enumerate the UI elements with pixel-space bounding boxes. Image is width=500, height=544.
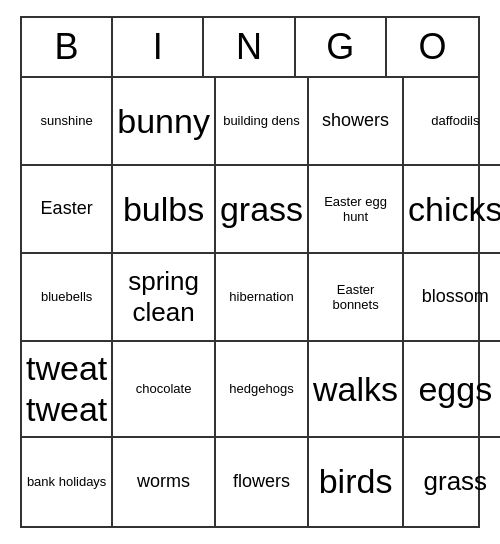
cell-text: tweat tweat xyxy=(26,348,107,430)
bingo-cell: Easter bonnets xyxy=(309,254,404,342)
bingo-cell: grass xyxy=(404,438,500,526)
cell-text: bluebells xyxy=(41,289,92,305)
bingo-grid: sunshinebunnybuilding densshowersdaffodi… xyxy=(22,78,478,526)
header-letter: G xyxy=(296,18,387,76)
cell-text: flowers xyxy=(233,471,290,493)
cell-text: chocolate xyxy=(136,381,192,397)
bingo-cell: eggs xyxy=(404,342,500,438)
cell-text: hibernation xyxy=(229,289,293,305)
bingo-cell: daffodils xyxy=(404,78,500,166)
header-letter: N xyxy=(204,18,295,76)
bingo-cell: walks xyxy=(309,342,404,438)
bingo-cell: building dens xyxy=(216,78,309,166)
cell-text: Easter xyxy=(41,198,93,220)
cell-text: worms xyxy=(137,471,190,493)
bingo-cell: birds xyxy=(309,438,404,526)
bingo-cell: bluebells xyxy=(22,254,113,342)
cell-text: walks xyxy=(313,369,398,410)
header-letter: O xyxy=(387,18,478,76)
bingo-cell: bulbs xyxy=(113,166,216,254)
bingo-cell: flowers xyxy=(216,438,309,526)
bingo-card: BINGO sunshinebunnybuilding densshowersd… xyxy=(20,16,480,528)
bingo-cell: bank holidays xyxy=(22,438,113,526)
cell-text: spring clean xyxy=(117,266,210,328)
cell-text: blossom xyxy=(422,286,489,308)
bingo-cell: tweat tweat xyxy=(22,342,113,438)
cell-text: building dens xyxy=(223,113,300,129)
header-letter: I xyxy=(113,18,204,76)
cell-text: daffodils xyxy=(431,113,479,129)
bingo-cell: sunshine xyxy=(22,78,113,166)
bingo-cell: bunny xyxy=(113,78,216,166)
cell-text: chicks xyxy=(408,189,500,230)
cell-text: Easter bonnets xyxy=(313,282,398,313)
bingo-header: BINGO xyxy=(22,18,478,78)
cell-text: eggs xyxy=(418,369,492,410)
cell-text: Easter egg hunt xyxy=(313,194,398,225)
bingo-cell: worms xyxy=(113,438,216,526)
bingo-cell: Easter xyxy=(22,166,113,254)
cell-text: grass xyxy=(220,189,303,230)
cell-text: bank holidays xyxy=(27,474,107,490)
bingo-cell: hedgehogs xyxy=(216,342,309,438)
cell-text: birds xyxy=(319,461,393,502)
bingo-cell: hibernation xyxy=(216,254,309,342)
cell-text: bulbs xyxy=(123,189,204,230)
bingo-cell: Easter egg hunt xyxy=(309,166,404,254)
cell-text: sunshine xyxy=(41,113,93,129)
bingo-cell: spring clean xyxy=(113,254,216,342)
bingo-cell: chocolate xyxy=(113,342,216,438)
bingo-cell: showers xyxy=(309,78,404,166)
cell-text: showers xyxy=(322,110,389,132)
header-letter: B xyxy=(22,18,113,76)
cell-text: hedgehogs xyxy=(229,381,293,397)
bingo-cell: blossom xyxy=(404,254,500,342)
cell-text: grass xyxy=(424,466,488,497)
cell-text: bunny xyxy=(117,101,210,142)
bingo-cell: grass xyxy=(216,166,309,254)
bingo-cell: chicks xyxy=(404,166,500,254)
